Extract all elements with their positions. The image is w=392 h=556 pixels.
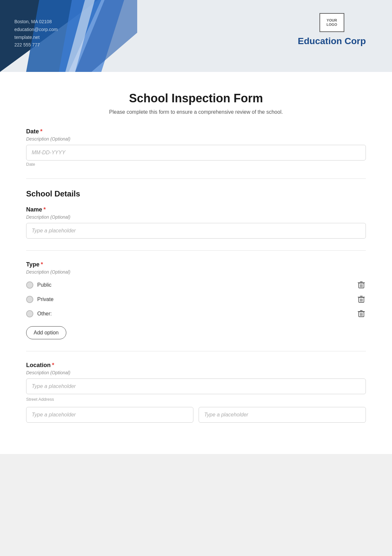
- radio-circle-private[interactable]: [26, 296, 33, 303]
- header-contact: Boston, MA 02108 education@corp.com temp…: [14, 18, 58, 49]
- location-description: Description (Optional): [26, 370, 366, 375]
- logo-text: YOURLOGO: [327, 18, 337, 27]
- radio-label-private: Private: [37, 296, 54, 302]
- radio-option-other: Other:: [26, 307, 366, 321]
- radio-option-private: Private: [26, 292, 366, 307]
- date-description: Description (Optional): [26, 136, 366, 142]
- date-hint: Date: [26, 162, 366, 167]
- street-hint: Street Address: [26, 397, 366, 402]
- name-input[interactable]: [26, 223, 366, 239]
- main-content: School Inspection Form Please complete t…: [0, 72, 392, 454]
- header-right: YOURLOGO Education Corp: [298, 13, 366, 46]
- name-description: Description (Optional): [26, 214, 366, 220]
- location-section: Location* Description (Optional) Street …: [26, 362, 366, 423]
- radio-circle-other[interactable]: [26, 310, 33, 317]
- name-section: Name* Description (Optional): [26, 206, 366, 239]
- type-description: Description (Optional): [26, 269, 366, 275]
- radio-circle-public[interactable]: [26, 281, 33, 289]
- radio-label-public: Public: [37, 282, 52, 288]
- date-input[interactable]: [26, 145, 366, 160]
- delete-private-button[interactable]: [357, 295, 366, 304]
- add-option-button[interactable]: Add option: [26, 326, 66, 339]
- location-label: Location*: [26, 362, 366, 369]
- divider-1: [26, 178, 366, 179]
- form-title: School Inspection Form: [26, 92, 366, 105]
- logo-placeholder: YOURLOGO: [319, 13, 344, 32]
- divider-2: [26, 250, 366, 251]
- type-section: Type* Description (Optional) Public: [26, 261, 366, 339]
- city-input[interactable]: [26, 407, 193, 423]
- contact-phone: 222 555 777: [14, 41, 58, 49]
- street-address-input[interactable]: [26, 379, 366, 394]
- date-section: Date* Description (Optional) Date: [26, 128, 366, 167]
- name-label: Name*: [26, 206, 366, 213]
- delete-other-button[interactable]: [357, 309, 366, 318]
- radio-option-public: Public: [26, 278, 366, 292]
- contact-address: Boston, MA 02108: [14, 18, 58, 26]
- date-label: Date*: [26, 128, 366, 135]
- contact-website: template.net: [14, 34, 58, 42]
- state-input[interactable]: [199, 407, 366, 423]
- school-details-heading: School Details: [26, 189, 366, 198]
- header: Boston, MA 02108 education@corp.com temp…: [0, 0, 392, 72]
- type-label: Type*: [26, 261, 366, 268]
- company-name: Education Corp: [298, 36, 366, 46]
- radio-label-other: Other:: [37, 311, 52, 317]
- contact-email: education@corp.com: [14, 26, 58, 34]
- form-subtitle: Please complete this form to ensure a co…: [26, 109, 366, 115]
- divider-3: [26, 351, 366, 351]
- delete-public-button[interactable]: [357, 280, 366, 290]
- city-state-row: [26, 407, 366, 423]
